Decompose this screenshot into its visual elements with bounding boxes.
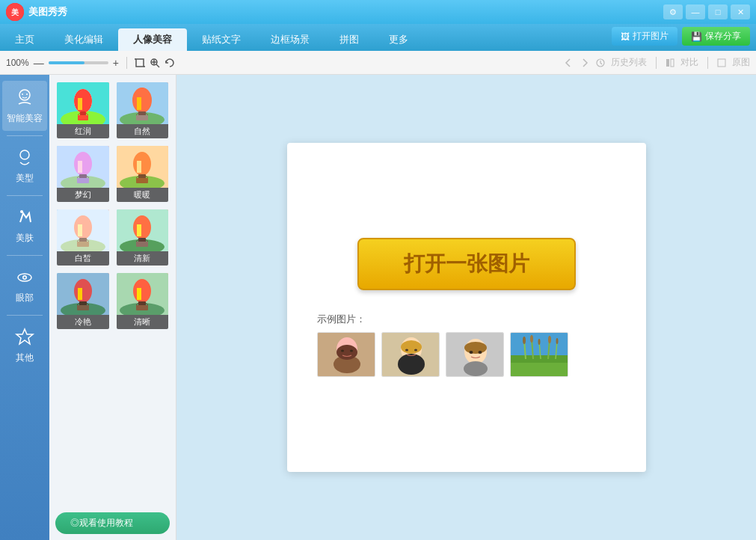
tab-edit[interactable]: 美化编辑 bbox=[49, 28, 118, 51]
svg-point-105 bbox=[414, 349, 417, 352]
zoom-slider[interactable] bbox=[49, 61, 108, 64]
effect-thumb-lengyan bbox=[55, 273, 111, 315]
eye-label: 眼部 bbox=[16, 292, 34, 304]
effect-label-baixi: 白皙 bbox=[57, 251, 109, 266]
svg-rect-70 bbox=[137, 224, 141, 236]
crop-icon bbox=[135, 58, 145, 68]
svg-rect-48 bbox=[77, 178, 89, 183]
effect-thumb-qingxin bbox=[115, 209, 170, 251]
svg-rect-79 bbox=[78, 288, 82, 300]
svg-rect-12 bbox=[718, 59, 725, 67]
sample-img-4[interactable] bbox=[510, 332, 568, 377]
tab-home[interactable]: 主页 bbox=[0, 28, 49, 51]
svg-point-120 bbox=[523, 337, 526, 344]
svg-point-16 bbox=[20, 150, 29, 159]
tutorial-btn[interactable]: ◎观看使用教程 bbox=[55, 512, 170, 534]
sidebar-item-skin[interactable]: 美肤 bbox=[2, 200, 47, 251]
smart-beauty-icon bbox=[13, 87, 36, 109]
sidebar-item-shape[interactable]: 美型 bbox=[2, 141, 47, 191]
svg-line-6 bbox=[156, 64, 159, 67]
sample-images bbox=[317, 332, 568, 377]
svg-point-121 bbox=[530, 335, 533, 343]
refresh-btn[interactable] bbox=[165, 58, 175, 68]
effect-nuannuan[interactable]: 暖暖 bbox=[115, 144, 170, 203]
maximize-btn[interactable]: □ bbox=[708, 4, 728, 19]
open-image-btn[interactable]: 🖼 打开图片 bbox=[612, 27, 677, 46]
history-label[interactable]: 历史列表 bbox=[611, 56, 647, 69]
history-btn[interactable] bbox=[596, 58, 605, 67]
svg-point-108 bbox=[464, 361, 488, 376]
sample-img-1[interactable] bbox=[317, 332, 375, 377]
shape-label: 美型 bbox=[16, 172, 34, 185]
svg-rect-11 bbox=[671, 59, 674, 67]
original-icon-svg bbox=[717, 58, 726, 67]
effect-label-ziran: 自然 bbox=[117, 124, 169, 138]
svg-rect-10 bbox=[666, 59, 669, 67]
sample-img-2[interactable] bbox=[381, 332, 440, 377]
tab-sticker[interactable]: 贴纸文字 bbox=[187, 28, 256, 51]
sidebar-item-eye[interactable]: 眼部 bbox=[2, 260, 47, 310]
tab-border[interactable]: 边框场景 bbox=[256, 28, 325, 51]
original-icon bbox=[717, 58, 726, 67]
effect-thumb-baixi bbox=[55, 209, 111, 251]
svg-rect-57 bbox=[136, 178, 148, 183]
svg-rect-2 bbox=[136, 59, 144, 67]
toolbar: 100% — + 历史列表 对比 原图 bbox=[0, 51, 756, 75]
svg-point-111 bbox=[478, 351, 482, 354]
effect-lengyan[interactable]: 冷艳 bbox=[55, 271, 111, 331]
save-share-btn[interactable]: 💾 保存分享 bbox=[682, 27, 750, 46]
tab-collage[interactable]: 拼图 bbox=[325, 28, 374, 51]
compare-icon bbox=[666, 58, 674, 67]
sample-label: 示例图片： bbox=[317, 313, 366, 326]
nav-back-btn[interactable] bbox=[563, 58, 574, 68]
nav-forward-btn[interactable] bbox=[580, 58, 590, 68]
svg-rect-44 bbox=[82, 161, 88, 173]
crop-btn[interactable] bbox=[135, 58, 145, 68]
zoom-plus-btn[interactable]: + bbox=[113, 58, 119, 68]
canvas-bg: 打开一张图片 示例图片： bbox=[287, 143, 646, 472]
zoom-in-tool[interactable] bbox=[150, 58, 160, 68]
sidebar-item-other[interactable]: 其他 bbox=[2, 320, 47, 370]
svg-rect-93 bbox=[136, 305, 148, 310]
original-label[interactable]: 原图 bbox=[732, 56, 750, 69]
effect-qingshu[interactable]: 清晰 bbox=[115, 271, 170, 331]
effect-thumb-ziran bbox=[115, 82, 170, 124]
sidebar-divider-3 bbox=[7, 255, 43, 256]
svg-rect-66 bbox=[77, 242, 89, 247]
nav-action-btns: 🖼 打开图片 💾 保存分享 bbox=[612, 27, 750, 46]
sample-img-3[interactable] bbox=[446, 332, 504, 377]
svg-marker-21 bbox=[16, 329, 33, 344]
svg-rect-103 bbox=[401, 340, 422, 354]
zoom-minus-btn[interactable]: — bbox=[34, 58, 44, 68]
open-image-main-btn[interactable]: 打开一张图片 bbox=[357, 238, 576, 290]
smart-beauty-label: 智能美容 bbox=[7, 112, 43, 125]
svg-point-99 bbox=[350, 350, 353, 352]
svg-point-122 bbox=[538, 339, 540, 345]
sidebar-item-smart-beauty[interactable]: 智能美容 bbox=[2, 81, 47, 131]
titlebar: 美 美图秀秀 ⚙ — □ ✕ bbox=[0, 0, 756, 24]
effect-hongrun[interactable]: 红润 bbox=[55, 81, 111, 140]
titlebar-left: 美 美图秀秀 bbox=[6, 3, 67, 21]
svg-point-110 bbox=[469, 351, 473, 354]
settings-btn[interactable]: ⚙ bbox=[663, 4, 683, 19]
effect-menghua[interactable]: 梦幻 bbox=[55, 144, 111, 203]
svg-rect-61 bbox=[78, 224, 82, 236]
compare-icon-svg bbox=[666, 58, 674, 67]
svg-rect-39 bbox=[136, 115, 148, 120]
minimize-btn[interactable]: — bbox=[686, 4, 705, 19]
svg-rect-75 bbox=[136, 242, 148, 247]
picture-icon: 🖼 bbox=[621, 31, 630, 42]
refresh-icon bbox=[165, 58, 175, 68]
close-btn[interactable]: ✕ bbox=[731, 4, 750, 19]
effect-qingxin[interactable]: 清新 bbox=[115, 208, 170, 267]
titlebar-controls: ⚙ — □ ✕ bbox=[663, 4, 750, 19]
svg-text:美: 美 bbox=[10, 7, 19, 16]
effect-baixi[interactable]: 白皙 bbox=[55, 208, 111, 267]
back-icon bbox=[563, 58, 574, 68]
svg-rect-88 bbox=[137, 288, 141, 300]
effect-ziran[interactable]: 自然 bbox=[115, 81, 170, 140]
tab-portrait[interactable]: 人像美容 bbox=[118, 28, 187, 51]
effect-panel: 红润 自然 bbox=[49, 75, 176, 540]
tab-more[interactable]: 更多 bbox=[374, 28, 423, 51]
compare-label[interactable]: 对比 bbox=[680, 56, 698, 69]
